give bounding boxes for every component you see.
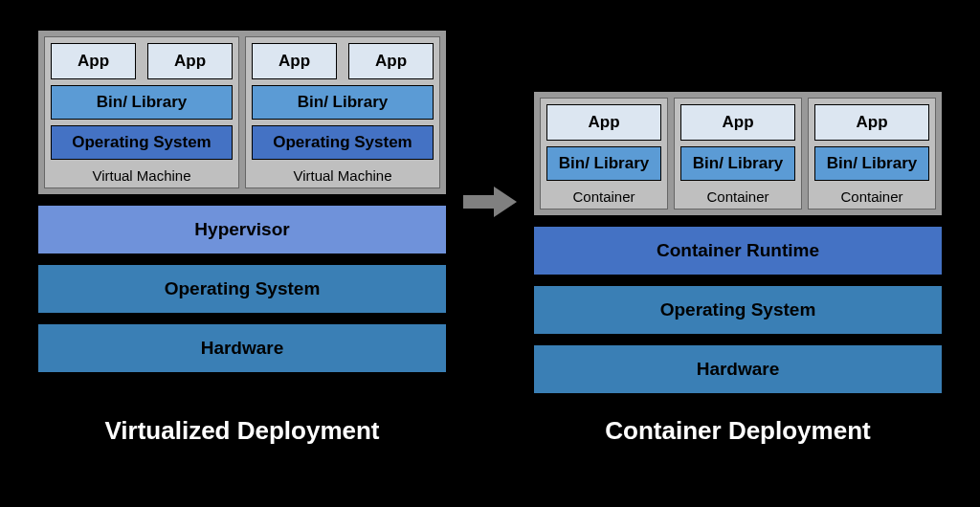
container-top-spacer (532, 8, 944, 82)
vm1-app-1: App (51, 43, 136, 79)
container-group-1: App Bin/ Library Container (540, 98, 668, 209)
title-gap (461, 416, 519, 446)
vm2-label: Virtual Machine (252, 165, 434, 186)
diagram-row: App App Bin/ Library Operating System Vi… (0, 0, 980, 395)
virtualized-top-container: App App Bin/ Library Operating System Vi… (36, 29, 448, 196)
container-os-layer: Operating System (532, 284, 944, 336)
cnt1-app: App (546, 104, 661, 141)
cnt2-label: Container (680, 187, 795, 207)
vm2-binlib: Bin/ Library (252, 85, 434, 120)
cnt2-binlib: Bin/ Library (680, 146, 795, 181)
vm1-binlib: Bin/ Library (51, 85, 233, 120)
container-runtime-layer: Container Runtime (532, 225, 944, 276)
cnt1-label: Container (546, 187, 661, 207)
cnt3-binlib: Bin/ Library (814, 146, 929, 181)
container-group-2: App Bin/ Library Container (674, 98, 802, 209)
virtualized-title: Virtualized Deployment (36, 416, 448, 446)
vm1-app-2: App (147, 43, 233, 79)
vm1-os: Operating System (51, 125, 233, 160)
titles-row: Virtualized Deployment Container Deploym… (0, 416, 980, 446)
container-hardware-layer: Hardware (532, 343, 944, 395)
arrow-icon (461, 185, 519, 219)
cnt3-app: App (814, 104, 929, 141)
vm1-label: Virtual Machine (51, 165, 233, 186)
vm2-app-1: App (252, 43, 337, 79)
vm-group-2: App App Bin/ Library Operating System Vi… (245, 36, 440, 188)
vm1-apps-row: App App (51, 43, 233, 79)
svg-marker-0 (463, 187, 517, 217)
vm2-app-2: App (348, 43, 434, 79)
vm2-os: Operating System (252, 125, 434, 160)
vm-group-1: App App Bin/ Library Operating System Vi… (44, 36, 239, 188)
vm2-apps-row: App App (252, 43, 434, 79)
container-top-container: App Bin/ Library Container App Bin/ Libr… (532, 90, 944, 217)
hypervisor-layer: Hypervisor (36, 204, 448, 255)
virtualized-stack: App App Bin/ Library Operating System Vi… (36, 29, 448, 374)
cnt2-app: App (680, 104, 795, 141)
container-title: Container Deployment (532, 416, 944, 446)
container-stack: App Bin/ Library Container App Bin/ Libr… (532, 8, 944, 395)
container-group-3: App Bin/ Library Container (808, 98, 936, 209)
cnt1-binlib: Bin/ Library (546, 146, 661, 181)
virtualized-hardware-layer: Hardware (36, 322, 448, 374)
virtualized-os-layer: Operating System (36, 263, 448, 315)
cnt3-label: Container (814, 187, 929, 207)
